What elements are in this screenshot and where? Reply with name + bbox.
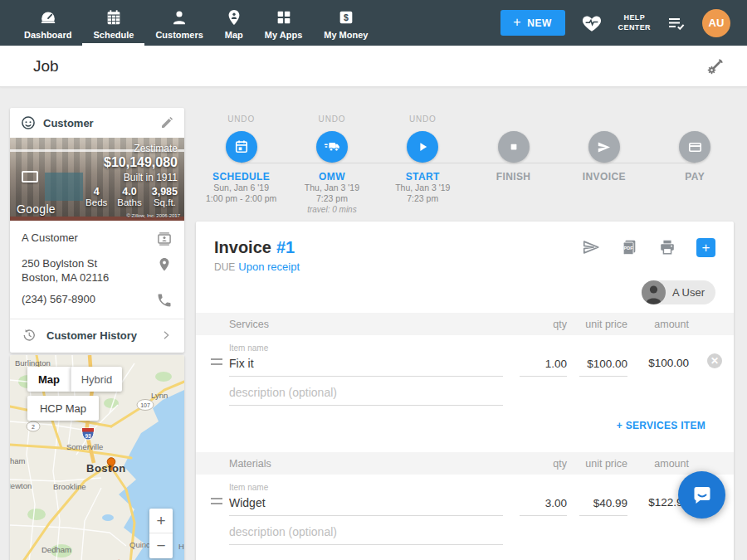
photo-copyright: © Zillow, Inc. 2006-2017 — [127, 213, 180, 218]
contact-card-icon[interactable] — [156, 231, 173, 247]
nav-label: My Money — [324, 30, 368, 40]
customer-history-link[interactable]: Customer History — [10, 319, 184, 353]
help-center-line1: HELP — [618, 13, 651, 22]
step-time: 1:00 pm - 2:00 pm — [206, 193, 276, 204]
location-pin-icon[interactable] — [156, 256, 173, 273]
map-label-brookline: Brookline — [53, 482, 86, 491]
print-icon[interactable] — [658, 238, 676, 256]
undo-omw-button[interactable]: UNDO — [319, 113, 346, 124]
description-input[interactable] — [229, 383, 503, 406]
drag-handle[interactable] — [211, 358, 222, 365]
nav-item-customers[interactable]: Customers — [144, 0, 213, 46]
section-title: Services — [229, 319, 503, 330]
step-date: Thu, Jan 3 '19 — [305, 183, 359, 193]
section-title: Materials — [229, 458, 503, 470]
unit-price-column-header: unit price — [579, 319, 627, 330]
wrench-gear-icon[interactable] — [706, 56, 725, 76]
item-name-input[interactable] — [229, 354, 503, 377]
beds-stat: 4 Beds — [85, 186, 107, 207]
item-name-label: Item name — [229, 343, 503, 353]
delete-item-button[interactable]: ✕ — [707, 353, 722, 368]
finish-step-button[interactable] — [498, 131, 530, 163]
due-terms-link[interactable]: Upon receipt — [238, 261, 300, 273]
qty-column-header: qty — [520, 458, 567, 470]
heart-pulse-icon[interactable] — [581, 12, 603, 34]
undo-start-button[interactable]: UNDO — [409, 113, 437, 124]
new-button[interactable]: + NEW — [500, 10, 565, 36]
map-label-lynn: Lynn — [151, 391, 168, 400]
pay-step-button[interactable] — [679, 131, 710, 163]
drag-handle[interactable] — [211, 498, 222, 504]
due-label: DUE — [214, 261, 235, 273]
calendar-icon — [233, 139, 250, 155]
chat-launcher[interactable] — [678, 471, 725, 519]
credit-card-icon — [687, 139, 703, 155]
unit-price-input[interactable] — [579, 355, 627, 377]
map-label-dedham: Dedham — [42, 545, 71, 554]
map-pin-icon — [225, 8, 243, 27]
add-services-item-link[interactable]: + SERVICES ITEM — [617, 420, 706, 431]
qty-input[interactable] — [520, 355, 567, 377]
svg-text:93: 93 — [85, 433, 91, 439]
photo-icon — [22, 171, 38, 183]
nav-item-schedule[interactable]: Schedule — [82, 0, 144, 46]
start-step-button[interactable] — [407, 131, 438, 163]
person-icon — [170, 8, 188, 27]
hcp-map-button[interactable]: HCP Map — [27, 396, 99, 421]
add-invoice-button[interactable]: + — [696, 238, 715, 257]
map-type-button[interactable]: Map — [27, 367, 71, 392]
history-clock-icon — [22, 328, 37, 343]
schedule-step-button[interactable] — [226, 131, 257, 163]
user-avatar[interactable]: AU — [702, 9, 730, 37]
timeline-step-finish: FINISH — [468, 113, 559, 215]
customer-phone: (234) 567-8900 — [22, 292, 95, 306]
phone-icon[interactable] — [156, 292, 173, 309]
play-icon — [415, 139, 430, 154]
map-label-hingham-partial: Hi — [178, 542, 184, 551]
route-shield-107: 107 — [137, 400, 154, 411]
item-name-input[interactable] — [229, 494, 503, 516]
customer-name: A Customer — [22, 231, 78, 245]
unit-price-input[interactable] — [579, 494, 627, 516]
invoice-card: Invoice#1 PDF + — [196, 222, 734, 560]
item-name-label: Item name — [229, 483, 503, 492]
route-shield-2: 2 — [27, 421, 40, 431]
step-time: 7:23 pm — [316, 193, 348, 204]
nav-item-dashboard[interactable]: Dashboard — [13, 0, 82, 46]
built-year: Built in 1911 — [85, 172, 178, 183]
truck-icon — [323, 138, 341, 156]
map-widget: 93 107 2 Burlington Lynn Somerville ham … — [10, 355, 184, 560]
map-label-somerville: Somerville — [66, 442, 103, 451]
help-center-link[interactable]: HELP CENTER — [618, 13, 651, 32]
qty-input[interactable] — [520, 494, 567, 516]
edit-pencil-icon[interactable] — [159, 115, 174, 130]
map-label-newton: Newton — [10, 481, 32, 490]
top-nav: Dashboard Schedule Customers Map — [0, 0, 747, 46]
calendar-icon — [105, 8, 123, 27]
task-list-check-icon[interactable] — [666, 13, 686, 33]
page-title: Job — [33, 57, 59, 75]
nav-item-my-money[interactable]: $ My Money — [313, 0, 378, 46]
assignee-pill[interactable]: A User — [642, 280, 715, 304]
undo-schedule-button[interactable]: UNDO — [227, 113, 255, 124]
amount-column-header: amount — [647, 458, 689, 470]
svg-text:$: $ — [344, 12, 349, 22]
zestimate-photo[interactable]: Zestimate $10,149,080 Built in 1911 4 Be… — [10, 138, 184, 221]
zoom-out-button[interactable]: − — [149, 533, 173, 558]
zestimate-label: Zestimate — [85, 143, 178, 154]
help-center-line2: CENTER — [618, 23, 651, 32]
nav-item-map[interactable]: Map — [214, 0, 254, 46]
nav-item-my-apps[interactable]: My Apps — [254, 0, 313, 46]
new-button-label: NEW — [527, 17, 552, 29]
zoom-in-button[interactable]: + — [149, 509, 173, 533]
step-label: START — [406, 171, 440, 183]
storefront-photo-area — [45, 173, 83, 201]
pdf-icon[interactable]: PDF — [620, 238, 638, 256]
invoice-step-button[interactable] — [588, 131, 620, 163]
description-input[interactable] — [229, 523, 503, 545]
omw-step-button[interactable] — [316, 131, 348, 163]
send-invoice-icon[interactable] — [582, 238, 600, 256]
timeline-step-schedule: UNDO SCHEDULE Sun, Jan 6 '19 1:00 pm - 2… — [196, 113, 286, 215]
hybrid-type-button[interactable]: Hybrid — [71, 367, 122, 392]
step-label: PAY — [685, 171, 705, 183]
